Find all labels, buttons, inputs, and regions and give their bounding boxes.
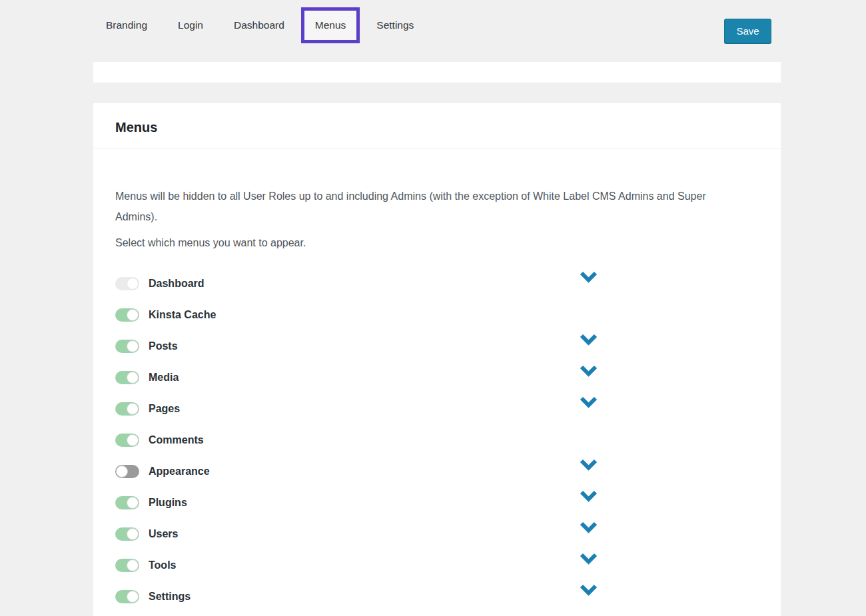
toggle-knob xyxy=(127,278,139,290)
chevron-down-icon[interactable] xyxy=(580,490,598,502)
menu-toggle[interactable] xyxy=(115,308,139,322)
menu-toggle[interactable] xyxy=(115,527,139,541)
menu-row-settings: Settings xyxy=(115,581,622,612)
tab-branding[interactable]: Branding xyxy=(106,19,147,31)
menu-toggle[interactable] xyxy=(115,371,139,384)
tab-settings[interactable]: Settings xyxy=(376,19,414,31)
menu-toggle xyxy=(115,277,139,290)
chevron-down-icon[interactable] xyxy=(580,459,598,471)
nav-panel-strip xyxy=(93,62,781,83)
menu-label: Tools xyxy=(149,559,176,571)
tab-dashboard[interactable]: Dashboard xyxy=(234,19,284,31)
menu-label: Media xyxy=(149,372,179,384)
chevron-down-icon[interactable] xyxy=(580,271,598,283)
menu-toggle[interactable] xyxy=(115,340,139,353)
menu-list: Dashboard Kinsta Cache Posts xyxy=(115,268,759,612)
menu-label: Users xyxy=(149,528,178,540)
menu-toggle[interactable] xyxy=(115,590,139,603)
chevron-down-icon[interactable] xyxy=(580,553,598,565)
toggle-knob xyxy=(127,309,139,321)
toggle-knob xyxy=(127,528,139,540)
menu-row-comments: Comments xyxy=(115,424,622,456)
toggle-knob xyxy=(127,372,139,384)
chevron-down-icon[interactable] xyxy=(580,396,598,408)
menu-label: Dashboard xyxy=(149,278,205,290)
menus-panel: Menus Menus will be hidden to all User R… xyxy=(93,103,781,616)
panel-content: Menus will be hidden to all User Roles u… xyxy=(93,149,781,612)
menu-row-plugins: Plugins xyxy=(115,487,622,518)
menu-row-appearance: Appearance xyxy=(115,456,622,487)
save-button[interactable]: Save xyxy=(724,19,771,43)
toggle-knob xyxy=(127,591,139,603)
menu-row-dashboard: Dashboard xyxy=(115,268,622,299)
tab-label: Branding xyxy=(106,19,147,31)
chevron-down-icon[interactable] xyxy=(580,334,598,346)
menu-toggle[interactable] xyxy=(115,465,139,478)
menu-toggle[interactable] xyxy=(115,402,139,416)
toggle-knob xyxy=(127,403,139,415)
tab-login[interactable]: Login xyxy=(178,19,203,31)
menu-row-media: Media xyxy=(115,362,622,393)
menu-label: Kinsta Cache xyxy=(149,309,216,321)
menu-toggle[interactable] xyxy=(115,559,139,572)
menu-toggle[interactable] xyxy=(115,434,139,447)
chevron-down-icon[interactable] xyxy=(580,365,598,377)
tab-label: Settings xyxy=(376,19,414,31)
menus-description: Menus will be hidden to all User Roles u… xyxy=(115,186,745,227)
chevron-down-icon[interactable] xyxy=(580,521,598,533)
menu-label: Comments xyxy=(149,434,204,446)
tab-label: Dashboard xyxy=(234,19,284,31)
menu-row-kinsta-cache: Kinsta Cache xyxy=(115,299,622,330)
tab-label: Login xyxy=(178,19,203,31)
page-title: Menus xyxy=(115,119,759,136)
top-navigation: Branding Login Dashboard Menus Settings xyxy=(93,0,781,51)
toggle-knob xyxy=(127,434,139,446)
menu-label: Pages xyxy=(149,403,180,415)
chevron-down-icon[interactable] xyxy=(580,584,598,596)
menu-row-pages: Pages xyxy=(115,393,622,424)
menu-toggle[interactable] xyxy=(115,496,139,509)
select-menus-instruction: Select which menus you want to appear. xyxy=(115,232,745,253)
menu-row-tools: Tools xyxy=(115,549,622,581)
menu-label: Plugins xyxy=(149,497,187,509)
tab-menus[interactable]: Menus xyxy=(301,7,360,43)
menu-label: Posts xyxy=(149,340,178,352)
menu-label: Appearance xyxy=(149,465,210,477)
toggle-knob xyxy=(127,497,139,509)
panel-header: Menus xyxy=(93,103,781,136)
menu-row-posts: Posts xyxy=(115,330,622,362)
menu-label: Settings xyxy=(149,591,191,603)
toggle-knob xyxy=(127,559,139,571)
toggle-knob xyxy=(127,340,139,352)
menu-row-users: Users xyxy=(115,518,622,549)
toggle-knob xyxy=(116,465,128,477)
tab-label: Menus xyxy=(315,19,346,31)
